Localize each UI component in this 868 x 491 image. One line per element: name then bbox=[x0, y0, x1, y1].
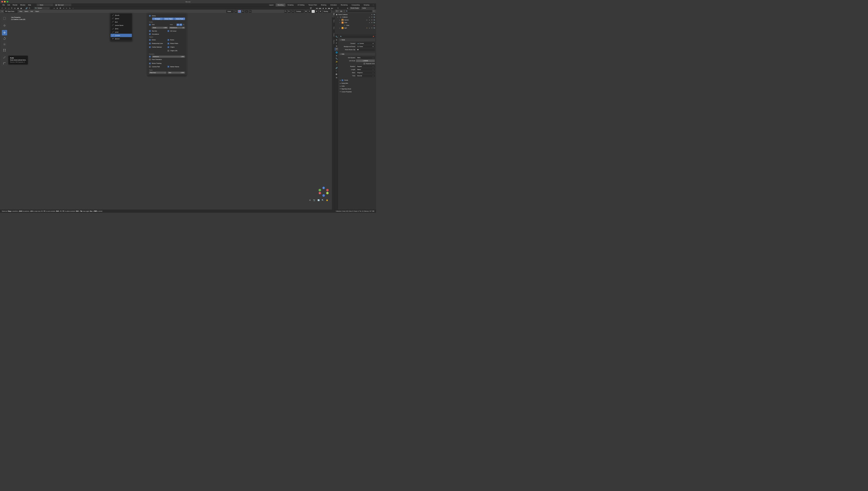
ptab-render[interactable]: ▣ bbox=[335, 38, 338, 41]
bones-checkbox[interactable]: ✓ bbox=[168, 39, 169, 41]
outliner-camera[interactable]: ▸ 📹 Camera 🎥 ▸👁📷 bbox=[335, 19, 376, 21]
solid-shading-icon[interactable]: ● bbox=[312, 10, 315, 13]
outliner-light[interactable]: ▸ 💡 Light ☀ ▸👁📷 bbox=[335, 27, 376, 29]
outliner-search[interactable]: 🔍 bbox=[346, 10, 372, 12]
nav-sync-icon[interactable]: 🔄 bbox=[317, 199, 320, 202]
vp-menu-object[interactable]: Object bbox=[34, 10, 40, 13]
workspace-tab-texture-paint[interactable]: Texture Paint bbox=[306, 3, 319, 6]
menu-file[interactable]: File bbox=[1, 4, 6, 6]
nav-grid-icon[interactable]: ⊞ bbox=[308, 199, 311, 202]
sparkle-icon[interactable]: ✦ bbox=[62, 7, 65, 9]
axis-z-toggle[interactable]: Z bbox=[182, 24, 185, 26]
workspace-tab-rendering[interactable]: Rendering bbox=[339, 3, 350, 6]
units-panel-header[interactable]: ▾Units bbox=[339, 53, 375, 56]
expand-icon[interactable]: ▾ bbox=[339, 22, 341, 24]
ptab-particles[interactable]: ✨ bbox=[335, 60, 338, 63]
outliner-cube-data[interactable]: ▽ Cube ● bbox=[335, 24, 376, 27]
expand-icon[interactable]: ▸ bbox=[339, 27, 341, 29]
side-tab-tool[interactable]: Tool bbox=[332, 10, 334, 18]
expand-icon[interactable]: ▾ bbox=[337, 17, 339, 18]
axis-z-pos[interactable]: Z bbox=[322, 186, 325, 189]
ptab-data[interactable]: ▽ bbox=[335, 69, 338, 73]
refresh-icon[interactable]: ⟳ bbox=[4, 7, 7, 9]
nav-pan-icon[interactable]: ✋ bbox=[326, 199, 329, 202]
ptab-tool[interactable]: 🔧 bbox=[335, 35, 338, 38]
camera-selector[interactable]: 📷 Camera ⌄ bbox=[34, 7, 50, 9]
gravity-panel[interactable]: ▸✓Gravity bbox=[339, 79, 375, 82]
view-icon[interactable]: ▦ bbox=[17, 7, 19, 9]
origins-all-checkbox[interactable] bbox=[168, 50, 169, 52]
side-tab-view[interactable]: View bbox=[332, 24, 334, 31]
workspace-tab-sculpting[interactable]: Sculpting bbox=[286, 3, 296, 6]
close-window-button[interactable] bbox=[1, 1, 3, 2]
proportional-falloff-icon[interactable]: ∿⌄ bbox=[249, 10, 251, 13]
play-reverse-icon[interactable]: ◀ bbox=[322, 7, 324, 9]
properties-search[interactable]: 🔍📌 bbox=[339, 35, 375, 38]
ptab-object[interactable]: ▣ bbox=[335, 54, 338, 57]
menu-help[interactable]: Help bbox=[27, 4, 32, 6]
tool-rotate[interactable] bbox=[2, 36, 7, 41]
loop-icon[interactable]: ↻ bbox=[69, 7, 71, 9]
overlays-toggle-icon[interactable]: ⊙ bbox=[291, 10, 294, 13]
workspace-tab-animation[interactable]: Animation bbox=[328, 3, 339, 6]
snap-options-icon[interactable]: ⊡⌄ bbox=[242, 10, 244, 13]
restrict-viewport-icon[interactable]: 👁 bbox=[371, 14, 373, 16]
gizmo-toggle-icon[interactable]: ✥⌄ bbox=[288, 10, 291, 13]
ptab-texture[interactable]: ▦ bbox=[335, 76, 338, 79]
workspace-tab-uv-editing[interactable]: UV Editing bbox=[296, 3, 306, 6]
axis-y-toggle[interactable]: Y bbox=[180, 24, 182, 26]
vp-menu-view[interactable]: View bbox=[18, 10, 24, 13]
length-field[interactable]: Meters⌄ bbox=[356, 68, 375, 71]
workspace-tab-modeling[interactable]: Modeling bbox=[276, 3, 286, 6]
nav-zoom-icon[interactable]: 🔍 bbox=[321, 199, 325, 202]
move-icon[interactable]: ✥ bbox=[56, 7, 59, 9]
box-icon[interactable]: ▣ bbox=[20, 7, 23, 9]
marker-names-checkbox[interactable]: ✓ bbox=[168, 66, 169, 67]
ptab-modifiers[interactable]: 🔧 bbox=[335, 57, 338, 60]
track-size-field[interactable]: Size:0.200 bbox=[168, 71, 185, 74]
tool-annotate[interactable] bbox=[2, 55, 7, 60]
motion-paths-checkbox[interactable]: ✓ bbox=[168, 42, 169, 45]
minimize-window-button[interactable] bbox=[4, 1, 6, 2]
xray-icon[interactable]: ▣ bbox=[305, 10, 307, 13]
audio-panel[interactable]: ▸Audio bbox=[339, 85, 375, 88]
axis-x-pos[interactable]: X bbox=[319, 192, 321, 194]
ptab-viewlayer[interactable]: ▦ bbox=[335, 45, 338, 48]
rect-icon[interactable]: ▭ bbox=[53, 7, 56, 9]
ptab-physics[interactable]: ⚛ bbox=[335, 63, 338, 66]
falloff-constant[interactable]: Constant bbox=[111, 34, 132, 37]
side-tab-redo[interactable]: Redo bbox=[332, 18, 334, 25]
origins-checkbox[interactable]: ✓ bbox=[168, 46, 169, 48]
expand-icon[interactable]: ▸ bbox=[339, 19, 341, 21]
circle-icon[interactable]: ○ bbox=[72, 7, 74, 9]
wireframe-checkbox[interactable]: ✓ bbox=[149, 56, 151, 58]
camera-path-checkbox[interactable] bbox=[149, 66, 151, 67]
workspace-tab-layout[interactable]: Layout bbox=[267, 3, 276, 6]
wireframe-shading-icon[interactable]: ⊕ bbox=[308, 10, 311, 13]
outliner-filter-icon[interactable]: ▽ bbox=[373, 10, 376, 13]
last-frame-icon[interactable]: ▶| bbox=[331, 7, 334, 9]
translate-icon[interactable]: ⇄ bbox=[59, 7, 62, 9]
rigid-body-panel[interactable]: ▸Rigid Body World bbox=[339, 87, 375, 90]
next-keyframe-icon[interactable]: ▶▶ bbox=[328, 7, 331, 9]
gizmo-active-tools[interactable]: Active Tools bbox=[174, 18, 185, 20]
side-tab-create[interactable]: Create bbox=[332, 31, 334, 38]
ptab-material[interactable]: ⬤ bbox=[335, 73, 338, 76]
wireframe-field[interactable]: Wireframe:1.000 bbox=[152, 56, 185, 58]
time-field[interactable]: Seconds⌄ bbox=[356, 75, 375, 77]
side-tab-display[interactable]: Display bbox=[332, 38, 334, 45]
workspace-tab-scripting[interactable]: Scripting bbox=[362, 3, 371, 6]
ptab-scene[interactable]: 🎬 bbox=[335, 48, 338, 51]
grid-scale-field[interactable]: Scale:1.000 bbox=[152, 27, 168, 29]
proportional-toggle-icon[interactable]: ○ bbox=[245, 10, 248, 13]
outliner-cube[interactable]: ▾ ▽ Cube ▸👁📷 bbox=[335, 21, 376, 24]
falloff-sharp[interactable]: Sharp bbox=[111, 27, 132, 30]
falloff-linear[interactable]: Linear bbox=[111, 30, 132, 34]
current-frame[interactable]: 1 bbox=[335, 7, 341, 9]
plain-axes-field[interactable]: Plain Axes⌄ bbox=[149, 71, 167, 74]
maximize-window-button[interactable] bbox=[7, 1, 8, 2]
outliner-scene-collection[interactable]: ▣ Scene Collection 👁📷 bbox=[335, 13, 376, 16]
gizmo-navigate[interactable]: Navigate bbox=[152, 18, 163, 20]
nav-camera-icon[interactable]: 📷 bbox=[313, 199, 316, 202]
axis-x-toggle[interactable]: X bbox=[176, 24, 179, 26]
